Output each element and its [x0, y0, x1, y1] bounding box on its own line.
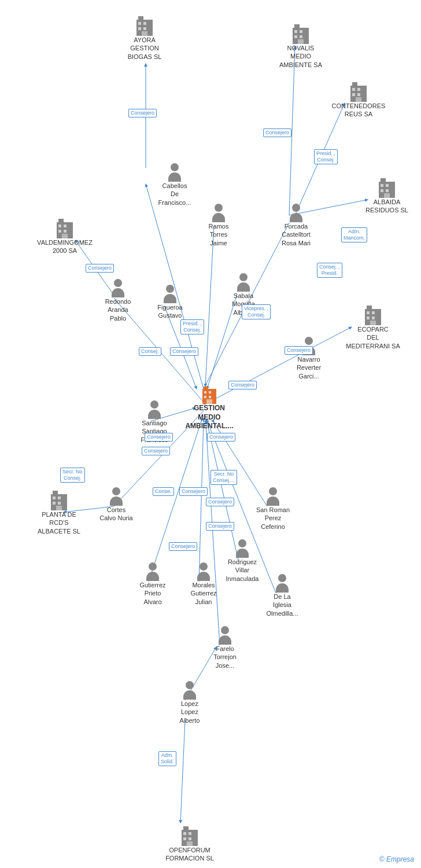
person-icon-sabala: [235, 271, 252, 292]
watermark-text: © Empresa: [379, 855, 414, 863]
label-redondo: RedondoArandaPablo: [105, 297, 131, 322]
svg-rect-27: [209, 391, 211, 393]
person-icon-san-roman: [264, 485, 282, 506]
node-farelo[interactable]: FareloTorrejonJose...: [202, 624, 248, 670]
svg-rect-44: [298, 39, 304, 44]
badge-consejero-navarro[interactable]: Consejero: [285, 346, 313, 355]
node-navarro[interactable]: NavarroReverterGarci...: [286, 334, 332, 380]
node-cabellos[interactable]: CabellosDeFrancisco...: [154, 161, 195, 207]
label-gutierrez: GutierrezPrietoAlvaro: [139, 581, 165, 606]
svg-rect-74: [53, 491, 58, 495]
node-ecoparc[interactable]: ECOPARCDELMEDITERRANI SA: [341, 306, 405, 350]
center-label: GESTIONMEDIOAMBIENTAL....: [185, 404, 233, 431]
badge-consejero-santiago2[interactable]: Consejero: [142, 447, 170, 455]
svg-rect-79: [56, 506, 62, 510]
svg-rect-54: [381, 184, 383, 187]
node-openforum[interactable]: OPENFORUMFORMACION SL: [161, 826, 219, 863]
svg-rect-49: [352, 93, 355, 96]
badge-conse[interactable]: Conse.: [153, 487, 174, 496]
label-novalis: NOVALISMEDIOAMBIENTE SA: [279, 44, 322, 69]
person-icon-santiago: [146, 398, 163, 419]
node-novalis[interactable]: NOVALISMEDIOAMBIENTE SA: [275, 24, 327, 69]
badge-consej-presid-forcada[interactable]: Consej. ,Presid.: [317, 263, 342, 278]
svg-rect-36: [143, 27, 146, 30]
svg-rect-47: [352, 88, 355, 91]
badge-consejero-san-roman[interactable]: Consejero: [206, 498, 234, 506]
watermark: © Empresa: [379, 855, 414, 863]
badge-consejero-right[interactable]: Consejero: [228, 381, 257, 389]
node-redondo[interactable]: RedondoArandaPablo: [97, 277, 139, 322]
badge-consejero-ayora[interactable]: Consejero: [128, 109, 157, 117]
svg-rect-85: [189, 837, 191, 840]
node-cortes[interactable]: CortesCalvo Nuria: [95, 485, 137, 523]
node-ramos[interactable]: RamosTorresJaime: [198, 201, 239, 247]
svg-rect-86: [187, 841, 193, 846]
badge-adm-albaida[interactable]: Adm.Mancom.: [341, 227, 367, 242]
node-figueroa[interactable]: FigueroaGustavo: [149, 282, 191, 320]
svg-rect-71: [64, 230, 67, 233]
node-ayora[interactable]: AYORAGESTIONBIOGAS SL: [121, 16, 168, 61]
node-contenedores[interactable]: CONTENEDORESREUS SA: [330, 82, 387, 119]
svg-rect-53: [381, 178, 386, 183]
svg-rect-30: [206, 399, 212, 404]
person-icon-iglesia: [274, 572, 291, 593]
svg-rect-35: [138, 27, 141, 30]
badge-consejero-novalis[interactable]: Consejero: [263, 128, 291, 137]
badge-consejero-santiago1[interactable]: Consejero: [145, 433, 173, 442]
badge-presid-contenedores[interactable]: Presid. ,Consej.: [314, 149, 338, 164]
node-forcada[interactable]: ForcadaCastelltortRosa Mari: [273, 201, 319, 247]
badge-consejero-center2[interactable]: Consejero: [207, 433, 235, 442]
svg-rect-68: [58, 225, 61, 227]
svg-rect-57: [386, 189, 389, 192]
building-icon-valdemingomez: [56, 219, 74, 238]
badge-consejero-rodriguez[interactable]: Consejero: [206, 522, 234, 531]
person-icon-rodriguez: [234, 537, 251, 558]
badge-consejero-valdemingomez[interactable]: Consejero: [86, 264, 114, 273]
svg-rect-48: [357, 88, 360, 91]
label-ramos: RamosTorresJaime: [209, 222, 229, 247]
label-san-roman: San RomanPerezCeferino: [256, 506, 290, 531]
badge-adm-solid[interactable]: Adm.Solid.: [158, 751, 176, 766]
node-planta[interactable]: PLANTA DERCD'SALBACETE SL: [30, 491, 88, 535]
badge-vicepres-sabala[interactable]: Vicepres. ,Consej.: [242, 304, 271, 319]
label-morales: MoralesGutierrezJulian: [190, 581, 216, 606]
node-gutierrez[interactable]: GutierrezPrietoAlvaro: [131, 560, 175, 606]
label-cortes: CortesCalvo Nuria: [99, 506, 132, 523]
badge-secr-no-consej-left[interactable]: Secr. NoConsej.: [60, 468, 85, 483]
person-icon-lopez: [181, 679, 198, 700]
badge-consejero-bottom1[interactable]: Consejero: [179, 487, 208, 496]
svg-rect-60: [367, 306, 372, 310]
badge-secr-no-consej-right[interactable]: Secr. NoConsej....: [211, 470, 237, 485]
svg-rect-40: [294, 30, 297, 33]
badge-consejero-center1[interactable]: Consejero: [170, 347, 198, 356]
node-morales[interactable]: MoralesGutierrezJulian: [182, 560, 226, 606]
node-san-roman[interactable]: San RomanPerezCeferino: [250, 485, 296, 531]
svg-rect-37: [142, 31, 147, 36]
svg-line-17: [149, 421, 201, 582]
svg-rect-46: [352, 82, 357, 87]
svg-rect-42: [294, 35, 297, 38]
svg-rect-77: [53, 502, 56, 505]
badge-presid-consej-ramos[interactable]: Presid. ,Consej.: [180, 319, 204, 334]
badge-consejero-gutierrez[interactable]: Consejero: [169, 542, 197, 551]
svg-rect-65: [370, 321, 376, 325]
node-lopez[interactable]: LopezLopezAlberto: [168, 679, 212, 724]
label-lopez: LopezLopezAlberto: [180, 700, 200, 724]
person-icon-forcada: [287, 201, 305, 222]
building-icon-novalis: [291, 24, 310, 44]
svg-rect-58: [384, 193, 390, 198]
svg-rect-63: [367, 317, 370, 319]
center-node[interactable]: GESTIONMEDIOAMBIENTAL....: [186, 387, 232, 431]
svg-line-21: [206, 424, 220, 645]
badge-consej-left[interactable]: Consej.: [139, 347, 161, 356]
svg-rect-50: [357, 93, 360, 96]
svg-rect-55: [386, 184, 389, 187]
node-iglesia[interactable]: De LaIglesiaOlmedilla...: [258, 572, 306, 617]
building-icon-planta: [50, 491, 68, 510]
person-icon-ramos: [210, 201, 227, 222]
node-albaida[interactable]: ALBAIDARESIDUOS SL: [361, 178, 413, 215]
svg-line-18: [199, 421, 204, 582]
building-icon-ecoparc: [364, 306, 382, 325]
node-valdemingomez[interactable]: VALDEMINGOMEZ2000 SA: [36, 219, 94, 255]
svg-rect-32: [138, 16, 143, 21]
